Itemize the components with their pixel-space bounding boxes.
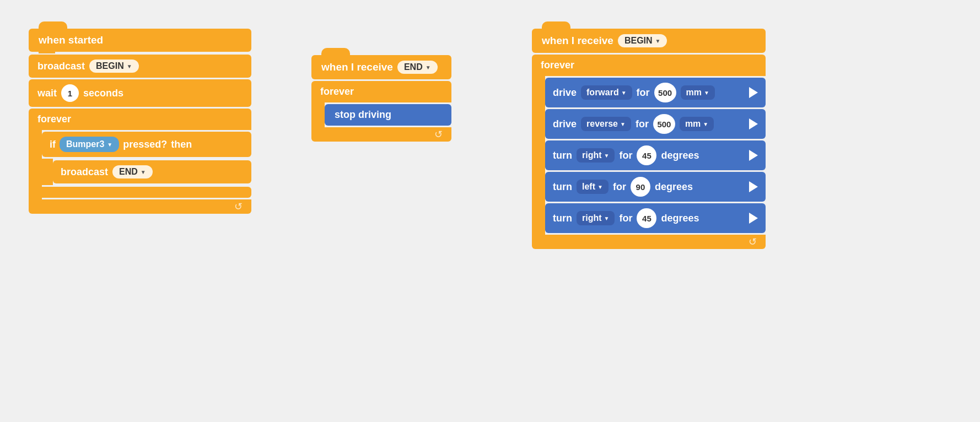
wait-seconds-block[interactable]: wait 1 seconds xyxy=(29,79,251,107)
bumper3-condition[interactable]: Bumper3 ▼ xyxy=(60,137,119,152)
mm-arrow-2: ▼ xyxy=(703,121,708,127)
if-bumper3-block[interactable]: if Bumper3 ▼ pressed? then xyxy=(42,132,251,157)
right-value-2: right xyxy=(582,213,602,223)
forever-begin-c: forever drive forward ▼ for 500 mm xyxy=(532,55,766,249)
forward-value: forward xyxy=(586,88,619,98)
turn-right-45b-label: turn xyxy=(553,213,572,224)
if-label: if xyxy=(50,139,56,150)
turn-right-45-circle[interactable]: 45 xyxy=(637,145,656,165)
forward-arrow: ▼ xyxy=(621,90,627,96)
degrees-label-1: degrees xyxy=(661,150,699,161)
right-arrow-2: ▼ xyxy=(604,215,610,221)
end-value: END xyxy=(119,167,138,177)
begin-pill[interactable]: BEGIN ▼ xyxy=(89,59,139,73)
loop-icon-1: ↺ xyxy=(234,201,243,213)
loop-icon-2: ↺ xyxy=(434,128,443,140)
forward-pill[interactable]: forward ▼ xyxy=(581,85,632,100)
drive-reverse-value: 500 xyxy=(657,120,671,129)
reverse-value: reverse xyxy=(586,119,618,129)
degrees-label-2: degrees xyxy=(655,181,693,193)
reverse-arrow: ▼ xyxy=(620,121,626,127)
turn-right-45-value: 45 xyxy=(642,151,651,160)
broadcast-begin-block[interactable]: broadcast BEGIN ▼ xyxy=(29,55,251,78)
drive-reverse-block[interactable]: drive reverse ▼ for 500 mm ▼ xyxy=(545,109,766,139)
mm-value-2: mm xyxy=(685,119,701,129)
drive-forward-value-circle[interactable]: 500 xyxy=(654,83,676,102)
play-arrow-3 xyxy=(749,150,758,161)
end-hat-pill[interactable]: END ▼ xyxy=(397,61,438,74)
begin-hat-pill[interactable]: BEGIN ▼ xyxy=(618,34,667,47)
turn-right-45b-circle[interactable]: 45 xyxy=(637,208,656,228)
bumper3-label: Bumper3 xyxy=(66,139,104,149)
mm-arrow-1: ▼ xyxy=(704,90,709,96)
turn-left-90-value: 90 xyxy=(636,182,645,192)
turn-left-90-label: turn xyxy=(553,181,572,193)
group1-when-started: when started broadcast BEGIN ▼ wait 1 se… xyxy=(29,29,251,214)
forever-end-label: forever xyxy=(320,86,354,97)
drive-forward-value: 500 xyxy=(658,88,672,98)
when-receive-begin-label: when I receive xyxy=(542,35,613,47)
loop-icon-3: ↺ xyxy=(749,236,757,248)
mm-pill-1[interactable]: mm ▼ xyxy=(681,85,715,100)
broadcast-end-block[interactable]: broadcast END ▼ xyxy=(53,160,251,183)
mm-value-1: mm xyxy=(686,88,702,98)
when-started-label: when started xyxy=(39,34,103,46)
forever-begin-label: forever xyxy=(541,59,574,71)
forever-c-block: forever if Bumper3 ▼ pressed? then xyxy=(29,109,251,214)
turn-right-45b-block[interactable]: turn right ▼ for 45 degrees xyxy=(545,203,766,233)
for-label-4: for xyxy=(613,181,626,193)
drive-forward-block[interactable]: drive forward ▼ for 500 mm ▼ xyxy=(545,78,766,107)
stop-driving-label: stop driving xyxy=(335,109,391,121)
for-label-2: for xyxy=(636,118,649,130)
end-pill[interactable]: END ▼ xyxy=(112,165,153,178)
begin-hat-value: BEGIN xyxy=(624,36,653,46)
begin-hat-arrow: ▼ xyxy=(655,38,661,44)
begin-value: BEGIN xyxy=(96,61,124,71)
turn-right-45-block[interactable]: turn right ▼ for 45 degrees xyxy=(545,140,766,170)
drive-reverse-value-circle[interactable]: 500 xyxy=(653,114,675,134)
group3-when-receive-begin: when I receive BEGIN ▼ forever drive for… xyxy=(532,29,766,249)
for-label-1: for xyxy=(637,87,650,99)
drive-reverse-label: drive xyxy=(553,118,577,130)
play-arrow-4 xyxy=(749,181,758,192)
right-pill-2[interactable]: right ▼ xyxy=(577,211,615,225)
when-receive-end-hat: when I receive END ▼ xyxy=(311,55,451,79)
mm-pill-2[interactable]: mm ▼ xyxy=(680,117,714,131)
then-label: then xyxy=(171,139,192,150)
end-hat-arrow: ▼ xyxy=(426,64,431,71)
turn-left-90-circle[interactable]: 90 xyxy=(631,177,650,197)
reverse-pill[interactable]: reverse ▼ xyxy=(581,117,631,131)
for-label-5: for xyxy=(619,213,632,224)
turn-right-45b-value: 45 xyxy=(642,214,651,223)
forever-end-c: forever stop driving ↺ xyxy=(311,81,451,142)
wait-value: 1 xyxy=(68,89,72,98)
play-arrow-2 xyxy=(749,118,758,129)
left-arrow: ▼ xyxy=(597,184,603,190)
left-pill[interactable]: left ▼ xyxy=(577,180,609,194)
group2-when-receive-end: when I receive END ▼ forever stop drivin… xyxy=(311,55,451,142)
right-arrow-1: ▼ xyxy=(604,153,610,159)
when-started-hat: when started xyxy=(29,29,251,52)
degrees-label-3: degrees xyxy=(661,213,699,224)
wait-value-circle[interactable]: 1 xyxy=(61,84,79,102)
for-label-3: for xyxy=(619,150,632,161)
right-pill-1[interactable]: right ▼ xyxy=(577,148,615,163)
turn-left-90-block[interactable]: turn left ▼ for 90 degrees xyxy=(545,172,766,202)
play-arrow-5 xyxy=(749,213,758,224)
drive-forward-label: drive xyxy=(553,87,577,99)
seconds-label: seconds xyxy=(83,88,123,99)
end-arrow: ▼ xyxy=(141,169,146,175)
bumper3-dropdown: ▼ xyxy=(107,142,112,148)
turn-right-45-label: turn xyxy=(553,150,572,161)
begin-arrow: ▼ xyxy=(127,63,132,69)
left-value: left xyxy=(582,182,595,192)
when-receive-begin-hat: when I receive BEGIN ▼ xyxy=(532,29,766,53)
wait-label: wait xyxy=(37,88,57,99)
end-hat-value: END xyxy=(404,62,423,72)
right-value-1: right xyxy=(582,150,602,160)
forever-label-1: forever xyxy=(37,113,71,125)
broadcast-end-label: broadcast xyxy=(61,166,108,178)
play-arrow-1 xyxy=(749,87,758,98)
broadcast-label: broadcast xyxy=(37,61,85,72)
stop-driving-block[interactable]: stop driving xyxy=(325,104,451,126)
